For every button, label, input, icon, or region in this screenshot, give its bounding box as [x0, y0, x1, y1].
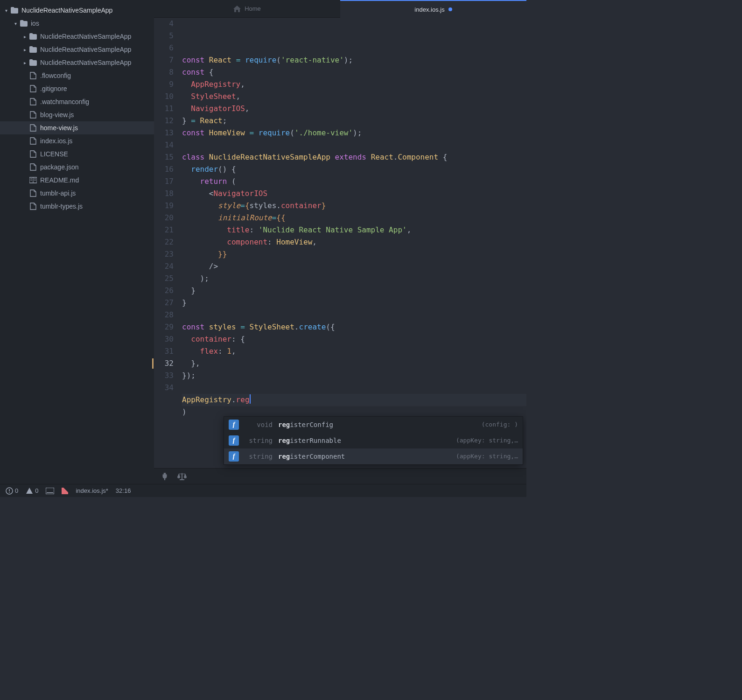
code-line[interactable]: return ( — [182, 175, 526, 188]
code-line[interactable]: component: HomeView, — [182, 236, 526, 248]
code-line[interactable]: <NavigatorIOS — [182, 188, 526, 200]
editor[interactable]: 4567891011121314151617181920212223242526… — [154, 18, 526, 468]
code-line[interactable]: } — [182, 285, 526, 297]
tree-item-label: README.md — [40, 176, 79, 184]
autocomplete-item[interactable]: fvoidregisterConfig(config: ) — [224, 417, 523, 433]
tree-item-label: .flowconfig — [40, 72, 71, 79]
code-line[interactable]: title: 'Nuclide React Native Sample App'… — [182, 224, 526, 236]
code-line[interactable]: style={styles.container} — [182, 200, 526, 212]
code-line[interactable]: /> — [182, 260, 526, 273]
code-line[interactable]: const HomeView = require('./home-view'); — [182, 127, 526, 139]
tree-item-label: home-view.js — [40, 124, 78, 132]
tree-root[interactable]: ▾ NuclideReactNativeSampleApp — [0, 4, 154, 17]
file-icon — [29, 150, 37, 158]
code-line[interactable]: StyleSheet, — [182, 91, 526, 103]
tree-file[interactable]: .flowconfig — [0, 69, 154, 82]
code-line[interactable]: }, — [182, 357, 526, 370]
warning-icon — [26, 487, 33, 495]
file-icon — [29, 72, 37, 79]
tree-file[interactable]: home-view.js — [0, 121, 154, 134]
code-line[interactable]: render() { — [182, 163, 526, 175]
editor-pane: Home index.ios.js 4567891011121314151617… — [154, 0, 526, 484]
tree-file[interactable]: index.ios.js — [0, 134, 154, 147]
file-icon — [29, 203, 37, 210]
code-line[interactable]: } = React; — [182, 115, 526, 127]
tree-folder-ios[interactable]: ▾ ios — [0, 17, 154, 30]
kind-icon: f — [229, 420, 239, 430]
chevron-down-icon: ▾ — [12, 21, 19, 26]
code-line[interactable]: const styles = StyleSheet.create({ — [182, 321, 526, 333]
tab-file-label: index.ios.js — [414, 6, 444, 13]
file-icon — [29, 177, 37, 183]
completion-name: registerComponent — [278, 450, 450, 462]
tree-file[interactable]: LICENSE — [0, 147, 154, 161]
tree-folder[interactable]: ▸NuclideReactNativeSampleApp — [0, 30, 154, 43]
code-line[interactable]: flex: 1, — [182, 345, 526, 357]
tree-item-label: tumblr-api.js — [40, 189, 76, 197]
code-line[interactable]: initialRoute={{ — [182, 212, 526, 224]
tree-file[interactable]: package.json — [0, 161, 154, 174]
code-line[interactable]: AppRegistry, — [182, 78, 526, 91]
tree-file[interactable]: README.md — [0, 174, 154, 187]
plug-icon[interactable] — [161, 472, 169, 481]
tree-folder-label: ios — [31, 20, 39, 27]
code-line[interactable]: class NuclideReactNativeSampleApp extend… — [182, 151, 526, 163]
code-line[interactable]: container: { — [182, 333, 526, 345]
return-type: string — [245, 450, 273, 462]
gutter: 4567891011121314151617181920212223242526… — [154, 18, 182, 468]
code-line[interactable] — [182, 139, 526, 151]
tree-item-label: NuclideReactNativeSampleApp — [40, 33, 131, 40]
file-icon — [29, 85, 37, 92]
folder-icon — [29, 33, 37, 40]
errors-count[interactable]: 0 — [6, 487, 18, 495]
code-line[interactable]: ); — [182, 273, 526, 285]
tab-file[interactable]: index.ios.js — [340, 0, 526, 18]
code-area[interactable]: const React = require('react-native');co… — [182, 18, 526, 468]
tree-item-label: .watchmanconfig — [40, 98, 89, 105]
folder-icon — [10, 7, 19, 14]
completion-signature: (config: ) — [482, 419, 518, 431]
code-line[interactable]: AppRegistry.reg — [182, 394, 526, 406]
code-line[interactable]: }); — [182, 370, 526, 382]
code-line[interactable]: }} — [182, 248, 526, 260]
chevron-down-icon: ▾ — [3, 8, 9, 13]
svg-rect-7 — [9, 489, 10, 491]
code-line[interactable]: NavigatorIOS, — [182, 103, 526, 115]
autocomplete-popup[interactable]: fvoidregisterConfig(config: )fstringregi… — [224, 417, 523, 464]
return-type: string — [245, 434, 273, 447]
status-indicator-icon[interactable] — [62, 488, 68, 494]
svg-rect-9 — [46, 488, 54, 494]
code-line[interactable]: const React = require('react-native'); — [182, 54, 526, 66]
status-cursor[interactable]: 32:16 — [116, 487, 131, 494]
status-filename[interactable]: index.ios.js* — [76, 487, 108, 494]
warnings-count[interactable]: 0 — [26, 487, 38, 495]
tree-file[interactable]: tumblr-types.js — [0, 200, 154, 213]
tab-bar: Home index.ios.js — [154, 0, 526, 18]
tree-item-label: NuclideReactNativeSampleApp — [40, 59, 131, 66]
terminal-icon[interactable] — [46, 488, 54, 494]
tree-file[interactable]: tumblr-api.js — [0, 187, 154, 200]
tree-file[interactable]: blog-view.js — [0, 108, 154, 121]
file-tree[interactable]: ▾ NuclideReactNativeSampleApp ▾ ios ▸Nuc… — [0, 0, 154, 484]
autocomplete-item[interactable]: fstringregisterComponent(appKey: string,… — [224, 448, 523, 464]
tree-item-label: NuclideReactNativeSampleApp — [40, 46, 131, 53]
balance-icon[interactable] — [177, 473, 187, 480]
tree-item-label: LICENSE — [40, 150, 68, 158]
tab-home[interactable]: Home — [154, 0, 340, 18]
tree-item-label: tumblr-types.js — [40, 203, 83, 210]
error-icon — [6, 487, 13, 495]
folder-icon — [29, 46, 37, 53]
autocomplete-item[interactable]: fstringregisterRunnable(appKey: string,… — [224, 433, 523, 448]
tree-folder[interactable]: ▸NuclideReactNativeSampleApp — [0, 43, 154, 56]
svg-rect-8 — [9, 492, 10, 493]
tree-file[interactable]: .gitignore — [0, 82, 154, 95]
code-line[interactable] — [182, 309, 526, 321]
tree-item-label: blog-view.js — [40, 111, 74, 119]
code-line[interactable]: } — [182, 297, 526, 309]
tree-folder[interactable]: ▸NuclideReactNativeSampleApp — [0, 56, 154, 69]
kind-icon: f — [229, 435, 239, 446]
code-line[interactable]: const { — [182, 66, 526, 78]
code-line[interactable] — [182, 382, 526, 394]
tree-file[interactable]: .watchmanconfig — [0, 95, 154, 108]
file-icon — [29, 124, 37, 132]
